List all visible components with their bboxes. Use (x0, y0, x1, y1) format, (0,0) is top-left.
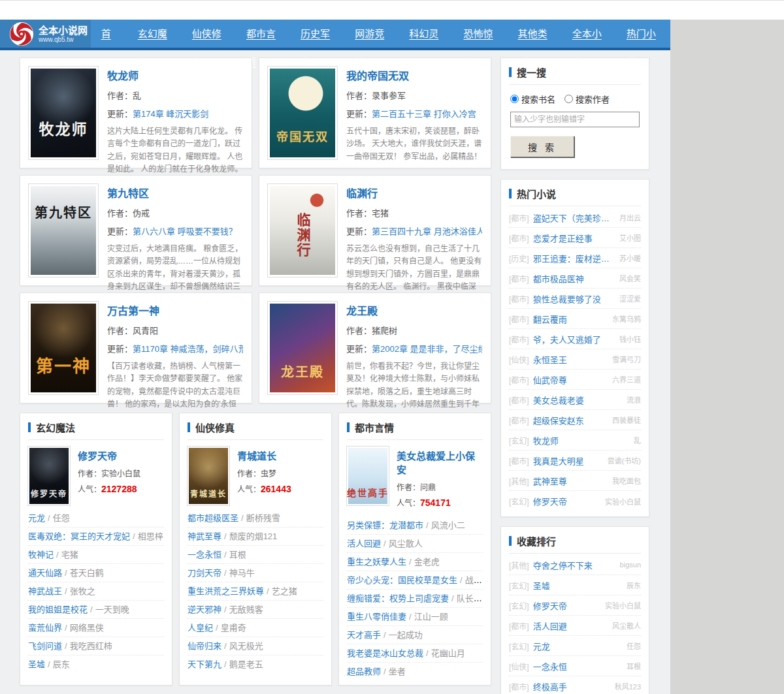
book-title-link[interactable]: 牧神记 (28, 550, 54, 560)
book-title-link[interactable]: 狼性总裁要够了没 (533, 292, 601, 305)
list-item: [都市]终极高手秋风123 (509, 676, 641, 694)
book-title-link[interactable]: 元龙 (28, 513, 45, 523)
book-author-row: 作者：宅猪 (346, 206, 482, 219)
book-title-link[interactable]: 人皇纪 (188, 623, 213, 633)
cover-title-text: 临渊行 (293, 213, 312, 258)
book-title-link[interactable]: 仙武帝尊 (533, 373, 567, 386)
book-title-link[interactable]: 天下第九 (188, 659, 221, 669)
book-title-link[interactable]: 圣墟 (533, 579, 550, 591)
book-author-row: 作者：乱 (107, 89, 243, 101)
book-title-link[interactable]: 逆天邪神 (188, 605, 221, 614)
latest-chapter-link[interactable]: 第三百四十九章 月池沐浴佳人恼 (372, 227, 482, 236)
search-by-author-radio[interactable] (564, 95, 573, 103)
book-title-link[interactable]: 牧龙师 (533, 434, 559, 447)
search-by-author-option[interactable]: 搜索作者 (564, 93, 610, 105)
book-title-link[interactable]: 龙王殿 (346, 302, 378, 318)
latest-chapter-link[interactable]: 第1170章 神威浩荡，剑碎八荒 (133, 344, 243, 354)
book-title-link[interactable]: 邪王追妻：废材逆天小姐 (533, 252, 614, 264)
book-title-link[interactable]: 修罗天帝 (533, 599, 567, 612)
book-title-link[interactable]: 帝少心头宠：国民校草是女生 (347, 575, 457, 585)
book-cover[interactable]: 第一神 (29, 302, 98, 394)
book-title-link[interactable]: 修罗天帝 (78, 449, 117, 462)
book-title-link[interactable]: 重生之妖孽人生 (347, 557, 406, 567)
book-title-link[interactable]: 我老婆是冰山女总裁 (347, 648, 423, 658)
nav-item: 其他类型 (508, 20, 562, 48)
book-title-link[interactable]: 都市极品医神 (533, 272, 584, 285)
book-cover[interactable]: 临渊行 (268, 184, 337, 277)
book-title-link[interactable]: 通天仙路 (28, 568, 62, 578)
book-title-link[interactable]: 重生八零俏佳妻 (347, 612, 406, 622)
book-cover[interactable]: 第九特区 (29, 184, 98, 277)
book-cover[interactable]: 龙王殿 (268, 302, 337, 394)
section-header: 都市言情 (347, 413, 483, 440)
favorites-ranking-section: 收藏排行 [其他]夺舍之停不下来bigsun [玄幻]圣墟辰东 [玄幻]修罗天帝… (500, 526, 649, 694)
book-title-link[interactable]: 美女总裁爱上小保安 (397, 449, 483, 476)
search-by-title-radio[interactable] (510, 95, 519, 103)
book-cover[interactable]: 修罗天帝 (28, 447, 70, 505)
book-title-link[interactable]: 神武至尊 (188, 531, 221, 541)
book-author: 西装暴徒 (607, 415, 641, 425)
book-info: 第九特区 作者：伪戒 更新：第八六八章 呼吸要不要钱？ 灾变过后，大地满目疮痍。… (107, 184, 243, 277)
book-cover[interactable]: 帝国无双 (268, 67, 337, 159)
latest-chapter-link[interactable]: 第八六八章 呼吸要不要钱？ (133, 227, 237, 236)
book-title-link[interactable]: 爷，夫人又逃婚了 (533, 333, 601, 345)
category-featured-book: 绝世高手 美女总裁爱上小保安 作者：问鼎 人气：754171 (347, 447, 483, 513)
list-item: 都市超级医圣/断桥残雪 (188, 509, 323, 528)
book-title-link[interactable]: 牧龙师 (107, 67, 139, 83)
nav-item: 科幻灵异 (399, 20, 453, 48)
book-title-link[interactable]: 飞剑问道 (28, 641, 62, 651)
book-title-link[interactable]: 一念永恒 (188, 550, 221, 560)
book-title-link[interactable]: 美女总裁老婆 (533, 394, 584, 406)
book-title-link[interactable]: 武神至尊 (533, 475, 567, 487)
book-title-link[interactable]: 另类保镖：龙潜都市 (347, 520, 423, 530)
book-title-link[interactable]: 青城道长 (237, 449, 276, 462)
latest-chapter-link[interactable]: 第2002章 是是非非，了尽尘缘 (372, 344, 482, 354)
book-cover[interactable]: 绝世高手 (347, 447, 389, 505)
book-title-link[interactable]: 仙帝归来 (188, 641, 221, 651)
book-title-link[interactable]: 第九特区 (107, 185, 149, 200)
book-title-link[interactable]: 永恒圣王 (533, 353, 567, 366)
latest-chapter-link[interactable]: 第174章 峰沉天影剑 (133, 109, 208, 119)
book-title-link[interactable]: 盗妃天下（完美珍藏版） (533, 212, 614, 224)
book-title-link[interactable]: 活人回避 (347, 539, 381, 548)
book-title-link[interactable]: 我的姐姐是校花 (28, 605, 88, 614)
author-label: 作者： (78, 469, 101, 479)
book-cover[interactable]: 牧龙师 (29, 67, 98, 159)
book-title-link[interactable]: 临渊行 (346, 185, 378, 200)
book-title-link[interactable]: 万古第一神 (107, 302, 159, 318)
book-title-link[interactable]: 夺舍之停不下来 (533, 559, 593, 571)
book-title-link[interactable]: 活人回避 (533, 620, 567, 632)
book-title-link[interactable]: 我真是大明星 (533, 454, 584, 467)
book-author: 问鼎 (420, 483, 436, 492)
book-title-link[interactable]: 超级保安赵东 (533, 414, 584, 426)
cover-title-text: 青城道长 (190, 488, 227, 499)
header-accent-bar (28, 422, 31, 432)
book-title-link[interactable]: 神武战王 (28, 586, 62, 596)
book-title-link[interactable]: 我的帝国无双 (346, 67, 409, 83)
list-item: [都市]美女总裁老婆流浪 (509, 390, 641, 410)
book-title-link[interactable]: 元龙 (533, 640, 550, 652)
book-title-link[interactable]: 一念永恒 (533, 660, 567, 672)
separator: / (65, 641, 67, 651)
book-title-link[interactable]: 蛮荒仙界 (28, 623, 62, 633)
book-title-link[interactable]: 圣墟 (28, 659, 45, 669)
book-title-link[interactable]: 都市超级医圣 (188, 513, 238, 523)
book-title-link[interactable]: 天才高手 (347, 630, 381, 640)
book-title-link[interactable]: 缠痴错爱：权势上司虐宠妻 (347, 593, 449, 603)
book-title-link[interactable]: 医毒双绝：冥王的天才宠妃 (28, 531, 130, 541)
book-title-link[interactable]: 恋爱才是正经事 (533, 232, 593, 244)
search-by-title-option[interactable]: 搜索书名 (510, 93, 555, 105)
book-title-link[interactable]: 超品教师 (347, 667, 381, 676)
separator: / (65, 568, 67, 578)
book-title-link[interactable]: 重生洪荒之三界妖尊 (188, 586, 264, 596)
search-button[interactable]: 搜 索 (510, 136, 574, 157)
book-author-row: 作者：虫梦 (237, 467, 291, 479)
book-title-link[interactable]: 修罗天帝 (533, 495, 567, 507)
site-logo[interactable]: 全本小说网 www.qb5.tw (0, 20, 91, 48)
book-title-link[interactable]: 终极高手 (533, 680, 567, 693)
book-title-link[interactable]: 刀剑天帝 (188, 568, 221, 578)
latest-chapter-link[interactable]: 第二百五十三章 打你入冷宫 (372, 109, 476, 119)
book-title-link[interactable]: 翻云覆雨 (533, 313, 567, 325)
book-cover[interactable]: 青城道长 (188, 447, 229, 505)
search-input[interactable] (510, 112, 640, 127)
